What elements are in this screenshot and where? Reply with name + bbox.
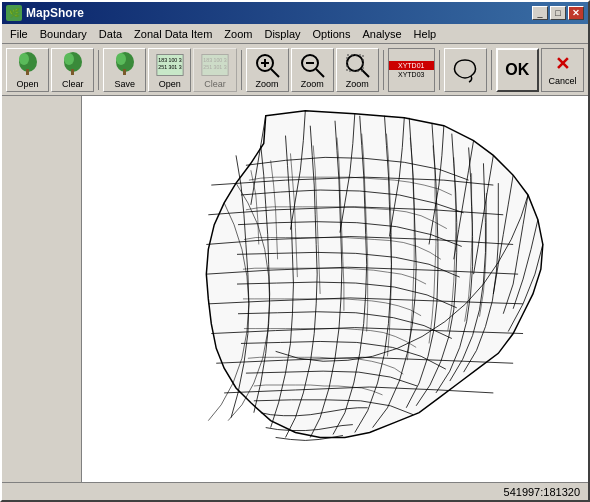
boundary-clear-button[interactable]: Clear (51, 48, 94, 92)
left-panel (2, 96, 82, 482)
zoom-out-label: Zoom (301, 80, 324, 89)
svg-point-22 (347, 55, 363, 71)
menu-data[interactable]: Data (93, 26, 128, 42)
data-clear-button[interactable]: 183 100 3 251 301 3 Clear (193, 48, 236, 92)
boundary-open-label: Open (17, 80, 39, 89)
svg-line-20 (316, 69, 324, 77)
boundary-open-button[interactable]: Open (6, 48, 49, 92)
divider-5 (491, 50, 492, 90)
divider-4 (439, 50, 440, 90)
toolbar: Open Clear Save (2, 44, 588, 96)
coordinates-display: 541997:181320 (504, 486, 580, 498)
clear-boundary-icon (59, 51, 87, 79)
cancel-x-icon: ✕ (555, 53, 570, 75)
map-svg (82, 96, 588, 482)
menu-display[interactable]: Display (258, 26, 306, 42)
svg-rect-8 (123, 69, 126, 75)
ok-label: OK (505, 61, 529, 79)
cancel-button[interactable]: ✕ Cancel (541, 48, 584, 92)
svg-rect-2 (26, 69, 29, 75)
svg-text:183 100 3: 183 100 3 (158, 57, 181, 63)
main-window: 🌿 MapShore _ □ ✕ File Boundary Data Zona… (0, 0, 590, 502)
lasso-button[interactable] (444, 48, 487, 92)
window-title: MapShore (26, 6, 84, 20)
coord-bottom-label: XYTD03 (389, 70, 434, 79)
svg-point-1 (19, 53, 29, 65)
zoom-out-button[interactable]: Zoom (291, 48, 334, 92)
menu-boundary[interactable]: Boundary (34, 26, 93, 42)
main-area (2, 96, 588, 482)
menu-bar: File Boundary Data Zonal Data Item Zoom … (2, 24, 588, 44)
zoom-in-label: Zoom (256, 80, 279, 89)
maximize-button[interactable]: □ (550, 6, 566, 20)
open-icon (14, 51, 42, 79)
data-open-button[interactable]: 183 100 3 251 301 3 Open (148, 48, 191, 92)
zoom-out-icon (298, 51, 326, 79)
coord-display-button[interactable]: XYTD01 XYTD03 (388, 48, 435, 92)
data-save-button[interactable]: Save (103, 48, 146, 92)
menu-zonal-data-item[interactable]: Zonal Data Item (128, 26, 218, 42)
map-area[interactable] (82, 96, 588, 482)
data-clear-icon: 183 100 3 251 301 3 (201, 51, 229, 79)
svg-rect-5 (71, 69, 74, 75)
divider-2 (241, 50, 242, 90)
title-bar-left: 🌿 MapShore (6, 5, 84, 21)
data-open-icon: 183 100 3 251 301 3 (156, 51, 184, 79)
svg-line-16 (271, 69, 279, 77)
divider-3 (383, 50, 384, 90)
svg-text:183 100 3: 183 100 3 (203, 57, 226, 63)
zoom-full-icon (343, 51, 371, 79)
data-clear-label: Clear (204, 80, 226, 89)
close-button[interactable]: ✕ (568, 6, 584, 20)
svg-point-4 (64, 53, 74, 65)
svg-text:251 301 3: 251 301 3 (203, 64, 226, 70)
svg-line-23 (361, 69, 369, 77)
divider-1 (98, 50, 99, 90)
lasso-icon (451, 56, 479, 84)
zoom-full-label: Zoom (346, 80, 369, 89)
title-bar: 🌿 MapShore _ □ ✕ (2, 2, 588, 24)
zoom-in-button[interactable]: Zoom (246, 48, 289, 92)
app-icon: 🌿 (6, 5, 22, 21)
menu-zoom[interactable]: Zoom (218, 26, 258, 42)
data-save-label: Save (114, 80, 135, 89)
svg-point-7 (116, 53, 126, 65)
title-buttons: _ □ ✕ (532, 6, 584, 20)
boundary-clear-label: Clear (62, 80, 84, 89)
ok-button[interactable]: OK (496, 48, 539, 92)
menu-help[interactable]: Help (408, 26, 443, 42)
minimize-button[interactable]: _ (532, 6, 548, 20)
zoom-in-icon (253, 51, 281, 79)
menu-analyse[interactable]: Analyse (356, 26, 407, 42)
menu-options[interactable]: Options (307, 26, 357, 42)
svg-text:251 301 3: 251 301 3 (158, 64, 181, 70)
status-bar: 541997:181320 (2, 482, 588, 500)
save-icon (111, 51, 139, 79)
cancel-label: Cancel (548, 76, 576, 86)
coord-top-label: XYTD01 (389, 61, 434, 70)
zoom-full-button[interactable]: Zoom (336, 48, 379, 92)
menu-file[interactable]: File (4, 26, 34, 42)
data-open-label: Open (159, 80, 181, 89)
